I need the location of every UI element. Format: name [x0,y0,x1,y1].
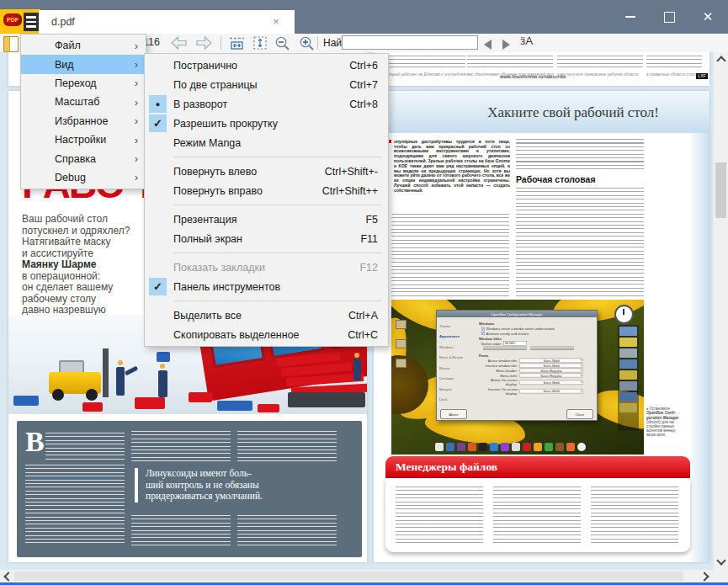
submenu-item[interactable] [173,205,382,205]
photo-minifig-head [160,364,165,369]
shortcut-label: Ctrl+Shift++ [322,185,378,197]
previous-page-button[interactable] [170,35,188,54]
drop-cap: В [25,426,45,458]
photo-brick [217,401,252,411]
scroll-left-icon[interactable] [3,572,13,581]
menu-item[interactable]: Вид › [21,55,146,73]
scroll-right-icon[interactable] [699,572,709,581]
check-icon [149,326,167,343]
shortcut-label: F11 [360,233,378,245]
vertical-scrollbar-thumb[interactable] [715,162,726,218]
menu-item[interactable]: Избранное › [21,112,146,130]
photo-minifig [158,370,167,397]
photo-wheel [86,389,98,401]
file-managers-box: Менеджеры файлов [385,456,690,554]
screenshot-close-button: Close [566,409,593,419]
fit-page-button[interactable] [252,35,268,54]
figure-caption: » УстановитеOpenBox Confi-guration Manag… [646,407,687,459]
screenshot-dialog-content: Windows ✓Windows retain a border when un… [479,320,593,407]
scroll-up-icon[interactable] [716,56,725,65]
pull-quote: Линуксоиды имеют боль-ший контроль и не … [135,468,327,503]
match-case-icon[interactable]: ӟA [520,35,533,47]
submenu-item[interactable] [173,253,382,253]
shortcut-label: Ctrl+C [348,329,378,341]
photo-brick [189,392,212,402]
photo-brick [13,396,39,406]
submenu-item[interactable]: Постранично Ctrl+6 [145,56,388,75]
submenu-item[interactable]: Скопировать выделенное Ctrl+C [145,325,388,344]
submenu-arrow-icon: › [135,171,138,183]
submenu-item[interactable]: Повернуть вправо Ctrl+Shift++ [145,181,388,200]
check-icon [149,182,167,199]
screenshot-button-legend [483,347,593,354]
find-previous-icon[interactable] [484,40,492,50]
title-bar: PDF d.pdf × ✕ [0,0,728,34]
zoom-out-button[interactable] [274,35,294,54]
text-block [591,487,678,544]
text-block [493,487,581,544]
check-icon [149,306,167,324]
menu-item[interactable]: Debug › [21,168,146,187]
fit-page-icon [252,35,268,51]
submenu-arrow-icon: › [135,152,138,165]
menu-item[interactable]: Переход › [21,74,146,93]
photo-minifig [116,367,125,396]
submenu-item[interactable]: Разрешить прокрутку [145,114,388,133]
text-block [385,56,465,71]
screenshot-dock [435,440,595,451]
submenu-arrow-icon: › [135,114,138,127]
toggle-bookmarks-icon[interactable] [3,36,19,52]
submenu-item[interactable]: По две страницы Ctrl+7 [145,75,388,94]
minimize-button[interactable] [616,0,645,34]
find-input[interactable] [342,35,478,50]
horizontal-scrollbar[interactable] [0,570,714,582]
submenu-arrow-icon: › [135,134,138,146]
check-icon [149,56,167,74]
check-icon [149,258,167,276]
submenu-item[interactable]: Показать закладки F12 [145,258,388,277]
close-window-button[interactable]: ✕ [693,0,722,34]
article-header-band: Хакните свой рабочий стол! [374,91,709,133]
next-page-button[interactable] [195,35,213,54]
menu-item[interactable]: Настройки › [21,130,146,149]
sumatra-pdf-window: PDF d.pdf × ✕ 116 Найти: [0,0,728,585]
shortcut-label: Ctrl+6 [349,60,378,72]
document-tab[interactable]: d.pdf × [39,10,295,34]
scroll-down-icon[interactable] [716,556,725,565]
submenu-item[interactable]: В разворот Ctrl+8 [145,94,388,114]
maximize-button[interactable] [655,0,683,34]
menu-item[interactable]: Масштаб › [21,93,146,111]
text-block [131,515,231,545]
submenu-item[interactable]: Полный экран F11 [145,229,388,248]
submenu-item[interactable]: Повернуть влево Ctrl+Shift+- [145,162,388,181]
vertical-scrollbar[interactable] [714,52,728,570]
menu-item[interactable]: Файл › [21,36,146,55]
tab-title: d.pdf [51,16,75,28]
tab-close-icon[interactable]: × [269,15,283,29]
forward-arrow-icon [197,37,211,49]
lxf-tag: LXF [696,73,708,79]
check-icon [149,76,167,93]
screenshot-dialog-titlebar: OpenBox Configuration Manager [437,311,597,317]
hamburger-menu-button[interactable] [24,13,39,31]
check-icon [149,210,167,228]
fit-width-button[interactable] [228,35,246,54]
menu-item[interactable]: Справка › [21,149,146,168]
screenshot-clock-widget [614,305,634,324]
submenu-item[interactable] [173,157,382,157]
article-standfirst: Ваш рабочий столпотускнел и одряхлел?Нат… [22,214,140,327]
desktop-screenshot-figure: OpenBox Configuration Manager ThemeAppea… [391,300,644,455]
zoom-in-button[interactable] [299,35,318,54]
text-block [45,433,125,461]
find-next-icon[interactable] [502,40,510,50]
horizontal-scrollbar-thumb[interactable] [14,572,683,581]
check-icon [149,278,167,295]
check-icon [149,95,167,113]
submenu-item[interactable]: Панель инструментов [145,277,388,296]
submenu-item[interactable]: Режим Manga [145,133,388,152]
submenu-item[interactable]: Презентация F5 [145,210,388,229]
screenshot-dialog-nav: ThemeAppearanceWindowsMove & ResizeMouse… [439,321,476,405]
submenu-item[interactable] [173,300,382,301]
submenu-item[interactable]: Выделить все Ctrl+A [145,306,388,325]
pullquote-box: В Линуксоиды имеют боль-ший контроль и н… [17,421,362,557]
